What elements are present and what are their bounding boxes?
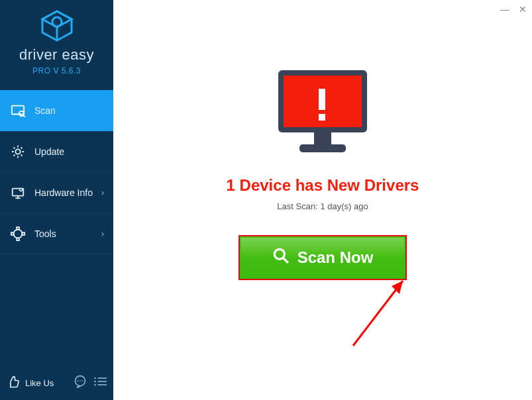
alert-monitor-icon [273, 66, 372, 159]
sidebar-item-update[interactable]: Update [0, 131, 113, 172]
like-us-label: Like Us [25, 378, 54, 388]
thumbs-up-icon [7, 375, 20, 391]
minimize-button[interactable]: — [500, 4, 509, 15]
svg-rect-30 [319, 114, 325, 121]
svg-point-18 [78, 380, 79, 381]
sidebar-item-label: Hardware Info [34, 187, 93, 198]
scan-now-button[interactable]: Scan Now [239, 235, 407, 280]
update-icon [9, 144, 27, 159]
chevron-right-icon: › [101, 229, 104, 238]
svg-rect-15 [11, 232, 14, 235]
sidebar-nav: Scan Update [0, 90, 113, 254]
svg-point-20 [82, 380, 83, 381]
svg-marker-36 [392, 281, 403, 294]
svg-line-34 [283, 258, 288, 263]
like-us-button[interactable]: Like Us [7, 375, 54, 391]
svg-point-19 [80, 380, 81, 381]
svg-point-21 [94, 377, 96, 379]
svg-rect-29 [319, 89, 325, 110]
sidebar-item-tools[interactable]: Tools › [0, 213, 113, 254]
svg-rect-16 [22, 232, 25, 235]
svg-point-6 [15, 149, 20, 154]
sidebar-item-label: Scan [34, 105, 56, 116]
svg-point-12 [14, 229, 23, 238]
brand-block: driver easy PRO V 5.6.3 [0, 0, 113, 81]
brand-logo-icon [38, 9, 76, 45]
window-controls: — ✕ [500, 4, 527, 15]
svg-rect-32 [299, 144, 346, 152]
close-button[interactable]: ✕ [519, 4, 527, 15]
search-icon [272, 247, 290, 268]
sidebar-item-hardware-info[interactable]: Hardware Info › [0, 172, 113, 213]
brand-name: driver easy [0, 46, 113, 64]
brand-version: PRO V 5.6.3 [0, 66, 113, 75]
scan-icon [9, 103, 27, 118]
svg-rect-31 [314, 132, 331, 144]
svg-marker-1 [42, 11, 72, 27]
sidebar: driver easy PRO V 5.6.3 Scan [0, 0, 113, 400]
svg-line-5 [23, 115, 25, 117]
svg-point-23 [94, 381, 96, 383]
scan-headline: 1 Device has New Drivers [113, 176, 532, 195]
sidebar-footer: Like Us [0, 368, 113, 400]
last-scan-label: Last Scan: 1 day(s) ago [113, 201, 532, 211]
svg-rect-13 [17, 226, 19, 229]
sidebar-item-label: Update [34, 146, 64, 157]
menu-icon[interactable] [93, 376, 107, 389]
svg-point-33 [274, 249, 284, 259]
feedback-icon[interactable] [74, 375, 87, 391]
svg-rect-14 [17, 238, 19, 240]
svg-rect-3 [12, 105, 24, 114]
svg-line-35 [353, 281, 403, 346]
sidebar-item-scan[interactable]: Scan [0, 90, 113, 131]
chevron-right-icon: › [101, 188, 104, 197]
tools-icon [9, 226, 27, 241]
svg-point-25 [94, 384, 96, 386]
hardware-icon [9, 185, 27, 200]
sidebar-item-label: Tools [34, 228, 56, 239]
annotation-arrow-icon [340, 273, 419, 355]
scan-now-label: Scan Now [297, 248, 374, 267]
main-panel: — ✕ 1 Device has New Drivers Last Scan: … [113, 0, 532, 400]
